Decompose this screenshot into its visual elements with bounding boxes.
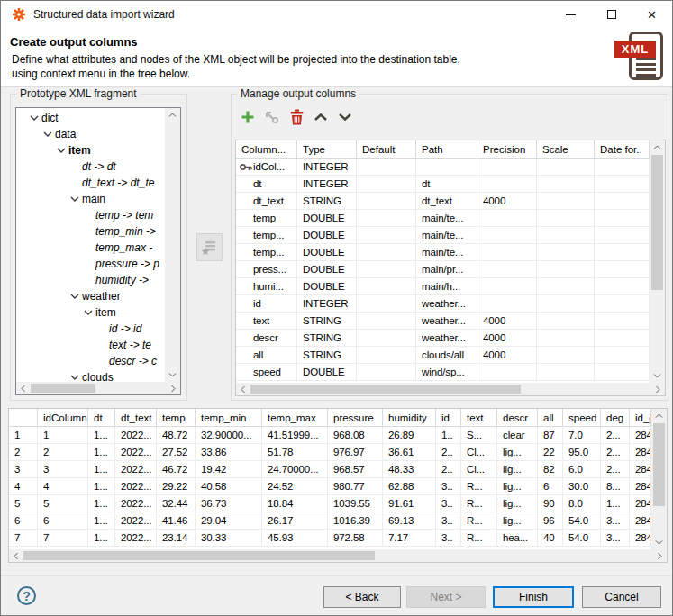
column-scale-cell[interactable] [537,330,595,347]
column-name-cell[interactable]: idCol... [236,159,297,176]
scroll-right-icon[interactable] [167,382,180,394]
preview-cell[interactable]: 91.61 [383,495,436,512]
column-name-cell[interactable]: temp... [236,244,297,261]
tree-item[interactable]: temp -> tem [16,207,165,223]
column-precision-cell[interactable]: 4000 [477,313,537,330]
column-def-row[interactable]: dt_textSTRINGdt_text4000 [236,193,650,210]
column-def-row[interactable]: press...DOUBLEmain/pr... [236,261,650,278]
column-type-cell[interactable]: DOUBLE [297,244,357,261]
preview-cell[interactable]: 3... [601,530,630,547]
tree-item[interactable]: item [16,142,165,159]
column-precision-cell[interactable] [477,159,537,176]
preview-row-number-cell[interactable]: 7 [9,530,38,547]
preview-cell[interactable]: 1... [88,427,115,444]
column-type-cell[interactable]: INTEGER [297,159,357,176]
column-default-cell[interactable] [357,330,416,347]
preview-cell[interactable]: 3... [601,512,630,530]
preview-cell[interactable]: 62.88 [383,478,436,495]
column-default-cell[interactable] [357,313,416,330]
preview-col-header[interactable]: speed [563,409,601,427]
preview-cell[interactable]: lig... [497,478,538,495]
column-path-cell[interactable]: main/h... [416,278,477,295]
scroll-right-icon[interactable] [653,549,667,562]
column-def-row[interactable]: temp...DOUBLEmain/te... [236,227,650,244]
column-type-cell[interactable]: STRING [297,330,357,347]
tree-item[interactable]: id -> id [16,321,165,337]
preview-col-header[interactable]: temp [157,409,196,427]
preview-cell[interactable]: 36.61 [383,444,436,461]
preview-cell[interactable]: 2022... [115,461,157,478]
preview-cell[interactable]: 2022... [115,495,157,512]
preview-cell[interactable]: 41.46 [157,512,196,530]
tree-expander-chevron-icon[interactable] [68,375,82,380]
auto-assign-columns-button[interactable] [196,233,223,261]
tree-item[interactable]: item [16,304,165,321]
tree-item[interactable]: temp_min -> [16,223,165,240]
preview-cell[interactable]: lig... [497,444,538,461]
column-default-cell[interactable] [357,278,416,295]
preview-cell[interactable]: 29.04 [196,512,262,530]
preview-cell[interactable]: 972.58 [328,530,383,547]
preview-cell[interactable]: 29.22 [157,478,196,495]
next-button[interactable]: Next > [406,586,486,608]
preview-col-header[interactable]: humidity [383,409,436,427]
column-precision-cell[interactable]: 4000 [477,330,537,347]
column-dateformat-cell[interactable] [595,347,650,364]
column-scale-cell[interactable] [537,210,595,227]
preview-cell[interactable]: 54.0 [563,530,601,547]
preview-cell[interactable]: 2847 [630,512,651,530]
column-type-cell[interactable]: STRING [297,193,357,210]
column-name-cell[interactable]: text [236,313,297,330]
preview-cell[interactable]: 8.0 [563,495,601,512]
column-default-cell[interactable] [357,227,416,244]
preview-row[interactable]: 221...2022...27.5233.8651.78976.9736.612… [9,444,651,461]
tree-item[interactable]: temp_max - [16,240,165,256]
tree-item[interactable]: humidity -> [16,272,165,288]
tree-horizontal-scrollbar[interactable] [16,382,180,394]
columns-grid-col-header[interactable]: Date for.. [595,140,650,159]
preview-cell[interactable]: 3.. [436,512,461,530]
tree-expander-chevron-icon[interactable] [81,310,95,315]
preview-col-header[interactable]: temp_max [262,409,328,427]
preview-cell[interactable]: 1... [601,495,630,512]
preview-cell[interactable]: 2... [601,427,630,444]
preview-cell[interactable]: 1... [88,512,115,530]
column-def-row[interactable]: descrSTRINGweather...4000 [236,330,650,347]
column-def-row[interactable]: speedDOUBLEwind/sp... [236,364,650,381]
column-default-cell[interactable] [357,193,416,210]
preview-cell[interactable]: 1... [88,495,115,512]
preview-cell[interactable]: 33.86 [196,444,262,461]
preview-cell[interactable]: 27.52 [157,444,196,461]
preview-cell[interactable]: 1039.55 [328,495,383,512]
columns-horizontal-scrollbar[interactable] [236,383,665,395]
preview-row[interactable]: 331...2022...46.7219.4224.70000...968.57… [9,461,651,478]
preview-cell[interactable]: Cl... [461,461,497,478]
preview-cell[interactable]: 2... [601,444,630,461]
scroll-left-icon[interactable] [16,382,30,394]
column-type-cell[interactable]: DOUBLE [297,227,357,244]
tree-item[interactable]: pressure -> p [16,256,165,272]
preview-row[interactable]: 441...2022...29.2240.5824.52980.7762.883… [9,478,651,495]
column-dateformat-cell[interactable] [595,210,650,227]
tree-expander-chevron-icon[interactable] [27,115,41,121]
preview-col-header[interactable]: id [436,409,461,427]
columns-vertical-scrollbar[interactable] [650,140,665,383]
column-default-cell[interactable] [357,176,416,193]
add-column-button[interactable] [238,108,258,128]
tree-item[interactable]: clouds [16,369,165,382]
preview-cell[interactable]: 1.. [436,427,461,444]
tree-expander-chevron-icon[interactable] [41,131,55,137]
preview-cell[interactable]: 48.33 [383,461,436,478]
preview-row-number-cell[interactable]: 4 [9,478,38,495]
column-def-row[interactable]: temp...DOUBLEmain/te... [236,244,650,261]
preview-cell[interactable]: S... [461,427,497,444]
preview-cell[interactable]: 8... [601,478,630,495]
scroll-down-icon[interactable] [165,368,180,382]
preview-cell[interactable]: 22 [538,444,563,461]
preview-cell[interactable]: hea... [497,530,538,547]
preview-row-number-cell[interactable]: 1 [9,427,38,444]
scroll-down-icon[interactable] [650,369,665,383]
preview-cell[interactable]: 2022... [115,427,157,444]
preview-col-header[interactable]: deg [601,409,630,427]
preview-cell[interactable]: Cl... [461,444,497,461]
